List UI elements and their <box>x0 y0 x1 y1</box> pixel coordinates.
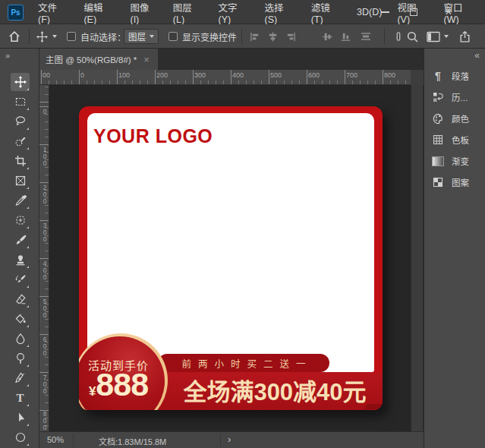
lasso-icon <box>14 115 27 128</box>
title-bar: Ps 文件(F) 编辑(E) 图像(I) 图层(L) 文字(Y) 选择(S) 滤… <box>0 0 485 24</box>
move-icon <box>36 31 48 43</box>
pen-tool[interactable] <box>11 369 30 387</box>
panel-label: 段落 <box>452 70 469 82</box>
minimize-button[interactable] <box>375 5 395 20</box>
blur-tool[interactable] <box>11 330 30 348</box>
type-tool[interactable]: T <box>11 389 30 407</box>
price-badge-price: ¥888 <box>79 366 158 403</box>
panel-label: 图案 <box>452 176 469 188</box>
align-right-button[interactable] <box>285 24 297 49</box>
h-ruler-label: 100 <box>118 71 130 79</box>
frame-tool[interactable] <box>11 172 30 190</box>
share-button[interactable] <box>458 24 471 49</box>
canvas-viewport[interactable]: YOUR LOGO 前两小时买二送一 全场满300减40元 活动到手价 ¥888 <box>49 85 411 431</box>
maximize-button[interactable] <box>404 5 424 20</box>
options-separator <box>384 29 385 44</box>
workspace-icon <box>427 31 440 43</box>
rectangular-marquee-tool[interactable] <box>11 93 30 111</box>
history-icon <box>432 91 444 103</box>
status-chevron-icon[interactable]: › <box>228 434 231 445</box>
vertical-scrollbar[interactable] <box>411 85 424 431</box>
swatches-icon <box>432 134 444 146</box>
design-banner: YOUR LOGO 前两小时买二送一 全场满300减40元 活动到手价 ¥888 <box>79 106 383 410</box>
color-icon <box>432 112 445 125</box>
healing-brush-tool[interactable] <box>11 211 30 229</box>
lasso-tool[interactable] <box>11 112 30 131</box>
toolbar-expand-button[interactable]: » <box>5 51 9 60</box>
menu-image[interactable]: 图像(I) <box>122 0 165 25</box>
h-ruler-label: 700 <box>346 71 357 79</box>
status-divider <box>73 434 74 446</box>
align-v-center-button[interactable] <box>322 24 333 49</box>
menu-filter[interactable]: 滤镜(T) <box>304 0 349 25</box>
history-brush-tool[interactable] <box>11 270 30 289</box>
path-selection-tool[interactable] <box>11 409 30 427</box>
banner-product-area <box>87 113 374 372</box>
horizontal-ruler[interactable]: 00 0 100 200 300 400 500 600 700 800 <box>39 70 411 85</box>
price-value: 888 <box>96 366 148 402</box>
panel-label: 色板 <box>452 134 469 146</box>
move-tool[interactable] <box>11 73 30 91</box>
auto-select-target-dropdown[interactable]: 图层 <box>124 29 159 44</box>
clone-stamp-tool[interactable] <box>11 251 30 269</box>
h-ruler-label: 400 <box>232 71 244 79</box>
measure-button[interactable] <box>393 24 404 49</box>
dodge-tool[interactable] <box>11 349 30 368</box>
banner-ribbon: 前两小时买二送一 <box>158 354 329 372</box>
show-transform-checkbox[interactable] <box>168 32 178 41</box>
quick-selection-tool[interactable] <box>11 132 30 150</box>
type-icon: T <box>16 392 24 405</box>
panel-button-pattern[interactable]: 图案 <box>424 172 485 193</box>
menu-edit[interactable]: 编辑(E) <box>76 0 122 25</box>
v-ruler-label: 800 <box>41 410 49 431</box>
panel-button-gradient[interactable]: 渐变 <box>424 150 485 172</box>
brush-tool[interactable] <box>11 231 30 249</box>
align-left-button[interactable] <box>249 24 260 49</box>
workspace-switcher[interactable] <box>427 24 449 49</box>
frame-icon <box>14 175 27 187</box>
close-button[interactable]: × <box>439 5 458 20</box>
panel-button-color[interactable]: 颜色 <box>424 108 485 129</box>
h-ruler-label: 500 <box>270 71 282 79</box>
vertical-ruler[interactable]: 0 100 200 300 400 500 600 700 800 <box>39 85 49 431</box>
ellipse-icon <box>14 431 27 443</box>
search-button[interactable] <box>406 24 419 49</box>
tab-close-icon[interactable]: × <box>143 54 150 65</box>
pen-icon <box>14 372 27 384</box>
eraser-tool[interactable] <box>11 290 30 308</box>
h-ruler-label: 0 <box>80 71 84 79</box>
panel-button-paragraph[interactable]: ¶ 段落 <box>424 65 485 87</box>
v-ruler-label: 0 <box>41 108 49 115</box>
menu-select[interactable]: 选择(S) <box>257 0 304 25</box>
chevron-down-icon <box>150 35 154 38</box>
options-separator <box>29 29 30 44</box>
menu-layer[interactable]: 图层(L) <box>165 0 211 25</box>
clone-stamp-icon <box>14 254 27 266</box>
panel-label: 渐变 <box>452 155 469 167</box>
brush-icon <box>14 234 27 246</box>
paint-bucket-tool[interactable] <box>11 310 30 328</box>
dock-collapse-button[interactable]: « <box>474 50 479 61</box>
align-h-center-button[interactable] <box>267 24 279 49</box>
ellipse-tool[interactable] <box>11 428 30 446</box>
pattern-icon <box>432 176 444 188</box>
home-button[interactable] <box>8 24 21 49</box>
chevron-down-icon <box>444 35 449 38</box>
quick-selection-icon <box>14 135 27 147</box>
zoom-level-field[interactable]: 50% <box>47 435 64 444</box>
align-bottom-button[interactable] <box>340 24 351 49</box>
panel-button-history[interactable]: 历... <box>424 87 485 108</box>
crop-tool[interactable] <box>11 152 30 170</box>
v-ruler-label: 100 <box>41 146 49 166</box>
tools-panel: » T <box>0 49 39 448</box>
menu-type[interactable]: 文字(Y) <box>211 0 257 25</box>
distribute-button[interactable] <box>360 24 372 49</box>
document-tab[interactable]: 主图 @ 50%(RGB/8#) * × <box>39 49 158 70</box>
v-ruler-label: 600 <box>41 336 49 356</box>
panel-button-swatches[interactable]: 色板 <box>424 129 485 150</box>
panel-label: 颜色 <box>452 112 469 125</box>
auto-select-checkbox[interactable] <box>67 32 76 41</box>
eyedropper-tool[interactable] <box>11 191 30 210</box>
menu-file[interactable]: 文件(F) <box>30 0 76 25</box>
tool-preset-move[interactable] <box>36 24 57 49</box>
